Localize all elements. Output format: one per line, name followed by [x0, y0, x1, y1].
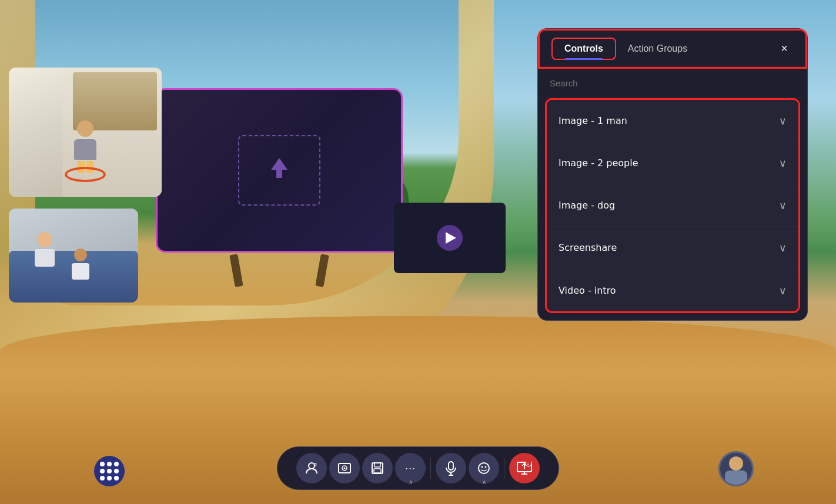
controls-panel: Controls Action Groups × Image - 1 man ∨…	[537, 28, 808, 321]
svg-rect-1	[339, 463, 350, 473]
svg-rect-13	[517, 462, 531, 472]
svg-rect-6	[374, 469, 381, 473]
dots-grid-icon	[100, 462, 119, 481]
person1-wheel	[65, 167, 106, 182]
item-label-image-1-man: Image - 1 man	[559, 115, 627, 126]
svg-text:+: +	[527, 462, 529, 466]
person1-body	[74, 139, 96, 160]
panel-header: Controls Action Groups ×	[540, 31, 805, 67]
close-button[interactable]: ×	[775, 39, 794, 58]
list-item-video-intro[interactable]: Video - intro ∨	[547, 269, 798, 311]
play-button[interactable]	[437, 225, 463, 251]
svg-point-16	[526, 462, 531, 466]
upload-area	[238, 135, 320, 206]
avatar-head	[729, 456, 743, 471]
chevron-icon-image-2-people: ∨	[779, 157, 787, 169]
presenter-button[interactable]	[296, 453, 327, 483]
mic-button[interactable]	[436, 453, 466, 483]
person2-body2	[72, 263, 89, 280]
svg-point-11	[481, 466, 483, 468]
item-label-image-dog: Image - dog	[559, 200, 615, 211]
presentation-screen	[156, 88, 403, 253]
list-item-image-dog[interactable]: Image - dog ∨	[547, 184, 798, 227]
person1-head	[77, 120, 93, 137]
play-icon	[446, 232, 456, 244]
more-button[interactable]: ··· ∧	[395, 453, 426, 483]
avatar-body	[725, 471, 747, 485]
media-button[interactable]	[329, 453, 360, 483]
chevron-icon-image-1-man: ∨	[779, 115, 787, 127]
emoji-chevron: ∧	[482, 479, 486, 485]
panel-header-wrapper: Controls Action Groups ×	[538, 29, 807, 69]
mic-icon	[444, 461, 457, 476]
person2-figure2	[67, 248, 93, 284]
media-icon	[337, 461, 352, 476]
person2-figure1	[28, 232, 61, 279]
more-chevron: ∧	[409, 479, 413, 485]
person1-background	[9, 68, 162, 197]
svg-point-2	[342, 466, 347, 471]
person2-background	[9, 209, 138, 303]
emoji-button[interactable]: ∧	[469, 453, 499, 483]
panel-search-area	[538, 69, 807, 98]
video-thumbnail[interactable]	[394, 203, 506, 273]
item-label-video-intro: Video - intro	[559, 285, 616, 296]
presenter-icon	[304, 461, 319, 476]
svg-point-0	[309, 463, 315, 469]
main-toolbar: ··· ∧ ∧ +	[277, 446, 559, 490]
svg-rect-7	[449, 462, 453, 470]
svg-rect-4	[372, 463, 383, 473]
person2-head1	[37, 232, 52, 247]
person2-body1	[35, 249, 55, 267]
chevron-icon-video-intro: ∨	[779, 284, 787, 297]
svg-point-12	[485, 466, 487, 468]
save-button[interactable]	[362, 453, 393, 483]
avatar-button[interactable]	[718, 451, 754, 486]
person1-figure	[62, 120, 109, 191]
item-label-screenshare: Screenshare	[559, 242, 617, 253]
toolbar-separator-1	[430, 458, 431, 479]
screen-stand	[197, 251, 362, 287]
svg-point-3	[344, 468, 346, 469]
list-item-screenshare[interactable]: Screenshare ∨	[547, 227, 798, 269]
more-dots: ···	[405, 463, 416, 473]
save-icon	[370, 461, 384, 475]
tab-action-groups[interactable]: Action Groups	[616, 39, 699, 59]
emoji-icon	[477, 461, 491, 475]
stand-leg-left	[229, 254, 243, 287]
list-item-image-2-people[interactable]: Image - 2 people ∨	[547, 142, 798, 184]
person2-head2	[74, 248, 87, 261]
tab-controls[interactable]: Controls	[551, 38, 616, 60]
action-list: Image - 1 man ∨ Image - 2 people ∨ Image…	[545, 98, 800, 313]
participant-1	[9, 68, 162, 197]
chevron-icon-image-dog: ∨	[779, 199, 787, 211]
search-input[interactable]	[550, 76, 795, 90]
svg-point-10	[479, 463, 489, 473]
screenshare-icon: +	[517, 462, 532, 475]
list-item-image-1-man[interactable]: Image - 1 man ∨	[547, 100, 798, 142]
stand-leg-right	[315, 254, 329, 287]
item-label-image-2-people: Image - 2 people	[559, 157, 638, 169]
toolbar-separator-2	[504, 458, 504, 479]
participant-2	[9, 209, 138, 303]
chevron-icon-screenshare: ∨	[779, 241, 787, 254]
apps-button[interactable]	[94, 456, 125, 486]
svg-rect-5	[374, 463, 380, 467]
screenshare-button[interactable]: +	[509, 453, 540, 483]
